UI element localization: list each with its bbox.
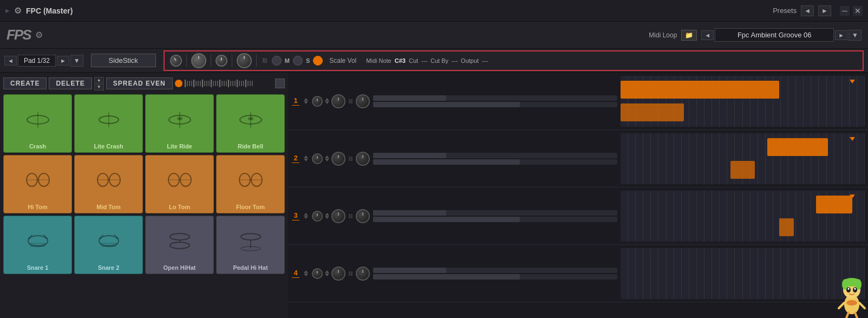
- tick: [243, 81, 244, 86]
- folder-button[interactable]: 📁: [681, 30, 697, 41]
- title-nav-arrow[interactable]: ▶: [5, 8, 10, 14]
- seq-pitch-knob-0[interactable]: [356, 94, 370, 108]
- seq-arrow-up-2[interactable]: [304, 213, 308, 216]
- pad-nav-left[interactable]: ◄: [4, 56, 17, 66]
- seq-arr-up2-2[interactable]: [325, 213, 329, 216]
- delete-button[interactable]: DELETE: [49, 77, 92, 89]
- svg-point-37: [241, 233, 260, 240]
- seq-num-3[interactable]: 3: [291, 211, 300, 220]
- seq-slider-mid-3[interactable]: [373, 274, 617, 280]
- knob-4[interactable]: [237, 53, 252, 68]
- seq-num-1[interactable]: 1: [291, 96, 300, 106]
- tick: [191, 81, 192, 86]
- seq-pan-knob-2[interactable]: [331, 209, 345, 223]
- down-button[interactable]: ▼: [94, 84, 104, 90]
- seq-vol-knob-1[interactable]: [312, 153, 323, 164]
- seq-pitch-knob-3[interactable]: [356, 267, 370, 281]
- seq-pan-knob-3[interactable]: [331, 267, 345, 281]
- seq-vol-knob-3[interactable]: [312, 268, 323, 279]
- pad-hi-tom[interactable]: Hi Tom: [3, 155, 72, 213]
- seq-arr-up2-1[interactable]: [325, 155, 329, 158]
- knob-1[interactable]: [168, 52, 184, 68]
- seq-arr-up2-0[interactable]: [325, 98, 329, 101]
- seq-num-2[interactable]: 2: [291, 154, 300, 163]
- pad-snare-2[interactable]: Snare 2: [74, 216, 143, 274]
- mini-btn-2[interactable]: [293, 56, 303, 66]
- tick: [193, 80, 194, 87]
- preset-dropdown[interactable]: ▼: [849, 30, 862, 41]
- logo-gear-icon[interactable]: ⚙: [35, 30, 43, 40]
- controls-panel: ⛓ M S Scale Vol Midi Note C#3 Cut --- Cu…: [164, 50, 864, 71]
- pads-section: CREATE DELETE ▲ ▼ SPREAD EVEN: [0, 73, 288, 318]
- tick: [228, 80, 229, 87]
- pad-ride-bell[interactable]: Ride Bell: [216, 94, 285, 153]
- knob-3[interactable]: [216, 55, 227, 67]
- seq-arrow-down-3[interactable]: [304, 274, 308, 276]
- minimize-button[interactable]: ─: [840, 6, 850, 16]
- seq-pitch-knob-1[interactable]: [356, 152, 370, 166]
- seq-pitch-knob-2[interactable]: [356, 209, 370, 223]
- seq-slider-top-3[interactable]: [373, 268, 617, 273]
- pad-snare-1[interactable]: Snare 1: [3, 216, 72, 274]
- seq-pan-knob-1[interactable]: [331, 152, 345, 166]
- ctrl-m[interactable]: M: [285, 57, 290, 64]
- seq-arrow-up-3[interactable]: [304, 270, 308, 273]
- knob-2[interactable]: [191, 53, 206, 68]
- orange-dot-indicator[interactable]: [175, 80, 182, 87]
- tick: [224, 81, 225, 86]
- seq-pattern-area-0[interactable]: [621, 76, 865, 127]
- seq-arrow-down-0[interactable]: [304, 101, 308, 104]
- small-grey-button[interactable]: [275, 79, 285, 88]
- seq-pan-knob-0[interactable]: [331, 94, 345, 108]
- presets-nav-left[interactable]: ◄: [801, 5, 814, 16]
- mini-btn-1[interactable]: [272, 56, 282, 66]
- seq-arrow-down-2[interactable]: [304, 216, 308, 219]
- pad-mid-tom[interactable]: Mid Tom: [74, 155, 143, 213]
- preset-nav-right[interactable]: ►: [835, 30, 847, 40]
- seq-vol-knob-2[interactable]: [312, 211, 323, 222]
- close-button[interactable]: ✕: [853, 6, 863, 16]
- pad-lite-crash[interactable]: Lite Crash: [74, 94, 143, 153]
- pad-crash[interactable]: Crash: [3, 94, 72, 153]
- pad-pedal-hihat[interactable]: Pedal Hi Hat: [216, 216, 285, 274]
- presets-nav-right[interactable]: ►: [818, 5, 831, 16]
- seq-arrow-up-1[interactable]: [304, 155, 308, 158]
- pad-lite-ride[interactable]: Lite Ride: [145, 94, 214, 153]
- seq-pattern-area-2[interactable]: [621, 191, 865, 242]
- svg-line-50: [859, 303, 865, 308]
- pad-dropdown[interactable]: ▼: [70, 55, 83, 67]
- seq-slider-mid-0[interactable]: [373, 102, 617, 107]
- ctrl-s[interactable]: S: [306, 57, 310, 64]
- pad-floor-tom[interactable]: Floor Tom: [216, 155, 285, 213]
- create-button[interactable]: CREATE: [3, 77, 47, 89]
- seq-pattern-area-3[interactable]: [621, 248, 865, 299]
- preset-nav-left[interactable]: ◄: [701, 30, 714, 40]
- seq-slider-top-1[interactable]: [373, 153, 617, 158]
- pad-open-hihat[interactable]: Open HiHat: [145, 216, 214, 274]
- seq-slider-mid-2[interactable]: [373, 217, 617, 222]
- cut-label: Cut: [409, 57, 418, 64]
- seq-vol-knob-0[interactable]: [312, 96, 323, 107]
- gear-icon[interactable]: ⚙: [14, 5, 22, 16]
- seq-mini-arrows2-1: [325, 155, 329, 161]
- seq-arrow-down-1[interactable]: [304, 159, 308, 161]
- seq-arr-up2-3[interactable]: [325, 270, 329, 273]
- pad-pedal-hihat-label: Pedal Hi Hat: [233, 264, 267, 271]
- seq-slider-mid-1[interactable]: [373, 159, 617, 165]
- seq-slider-top-2[interactable]: [373, 210, 617, 216]
- svg-point-53: [846, 300, 857, 306]
- seq-arr-dn2-1[interactable]: [325, 159, 329, 161]
- seq-pattern-area-1[interactable]: [621, 133, 865, 184]
- mini-btn-3[interactable]: [313, 56, 323, 66]
- seq-arr-dn2-0[interactable]: [325, 101, 329, 104]
- seq-slider-top-0[interactable]: [373, 95, 617, 101]
- seq-arr-dn2-3[interactable]: [325, 274, 329, 276]
- spread-even-button[interactable]: SPREAD EVEN: [106, 77, 173, 89]
- pad-nav-right[interactable]: ►: [57, 56, 69, 66]
- seq-arr-dn2-2[interactable]: [325, 216, 329, 219]
- pad-lo-tom[interactable]: Lo Tom: [145, 155, 214, 213]
- seq-arrow-up-0[interactable]: [304, 98, 308, 101]
- svg-line-52: [855, 313, 857, 318]
- up-button[interactable]: ▲: [94, 77, 104, 83]
- seq-num-4[interactable]: 4: [291, 269, 300, 278]
